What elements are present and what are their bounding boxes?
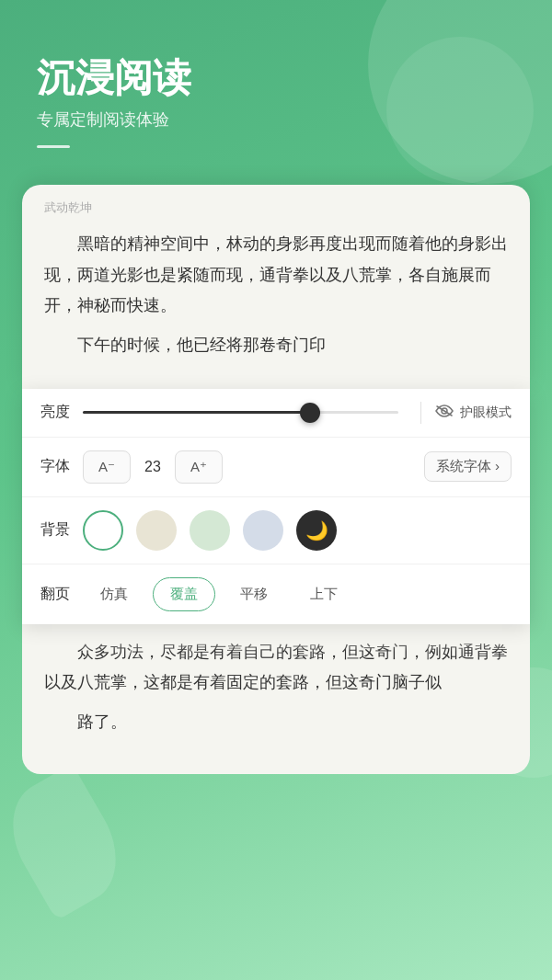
page-subtitle: 专属定制阅读体验 [37,108,515,131]
pageturn-vertical-button[interactable]: 上下 [293,577,355,611]
font-family-label: 系统字体 › [436,458,500,475]
font-label: 字体 [40,457,83,476]
reader-paragraph-1: 黑暗的精神空间中，林动的身影再度出现而随着他的身影出现，两道光影也是紧随而现，通… [44,229,508,321]
reader-card-content: 武动乾坤 黑暗的精神空间中，林动的身影再度出现而随着他的身影出现，两道光影也是紧… [22,185,530,388]
pageturn-label: 翻页 [40,585,83,604]
pageturn-simulated-button[interactable]: 仿真 [83,577,145,611]
bottom-text: 众多功法，尽都是有着自己的套路，但这奇门，例如通背拳以及八荒掌，这都是有着固定的… [44,637,508,738]
bg-mint-option[interactable] [190,510,230,551]
brightness-fill [83,411,310,414]
divider [420,402,421,424]
book-title: 武动乾坤 [44,199,508,216]
bg-white-option[interactable] [83,510,123,551]
pageturn-row: 翻页 仿真 覆盖 平移 上下 [22,564,530,624]
bg-blue-option[interactable] [243,510,283,551]
font-row: 字体 A⁻ 23 A⁺ 系统字体 › [22,438,530,497]
brightness-thumb[interactable] [300,403,320,423]
background-row: 背景 🌙 [22,497,530,564]
header: 沉浸阅读 专属定制阅读体验 [0,0,552,166]
eye-icon [434,403,454,422]
font-size-display: 23 [140,459,166,475]
brightness-slider-track[interactable] [83,411,398,414]
bg-dark-option[interactable]: 🌙 [296,510,337,551]
bottom-paragraph-2: 路了。 [44,707,508,737]
header-line [37,145,70,148]
bg-label: 背景 [40,520,83,540]
reader-text-area: 黑暗的精神空间中，林动的身影再度出现而随着他的身影出现，两道光影也是紧随而现，通… [44,229,508,360]
bg-cream-option[interactable] [136,510,177,551]
bottom-paragraph-1: 众多功法，尽都是有着自己的套路，但这奇门，例如通背拳以及八荒掌，这都是有着固定的… [44,637,508,699]
reader-card: 武动乾坤 黑暗的精神空间中，林动的身影再度出现而随着他的身影出现，两道光影也是紧… [22,185,530,388]
eye-mode-button[interactable]: 护眼模式 [434,403,512,422]
brightness-row: 亮度 护眼模式 [22,389,530,438]
brightness-label: 亮度 [40,403,83,422]
brightness-content [83,411,408,414]
font-increase-button[interactable]: A⁺ [175,450,223,484]
font-decrease-button[interactable]: A⁻ [83,450,131,484]
reader-paragraph-2: 下午的时候，他已经将那卷奇门印 [44,330,508,360]
settings-panel: 亮度 护眼模式 字体 A⁻ 23 [22,389,530,624]
bottom-text-area: 众多功法，尽都是有着自己的套路，但这奇门，例如通背拳以及八荒掌，这都是有着固定的… [22,624,530,775]
font-content: A⁻ 23 A⁺ 系统字体 › [83,450,512,484]
eye-mode-label: 护眼模式 [460,405,512,421]
pageturn-content: 仿真 覆盖 平移 上下 [83,577,512,611]
font-family-button[interactable]: 系统字体 › [424,451,512,482]
bg-content: 🌙 [83,510,512,551]
moon-icon: 🌙 [305,519,328,541]
page-title: 沉浸阅读 [37,55,515,101]
pageturn-cover-button[interactable]: 覆盖 [153,577,215,611]
pageturn-slide-button[interactable]: 平移 [223,577,285,611]
